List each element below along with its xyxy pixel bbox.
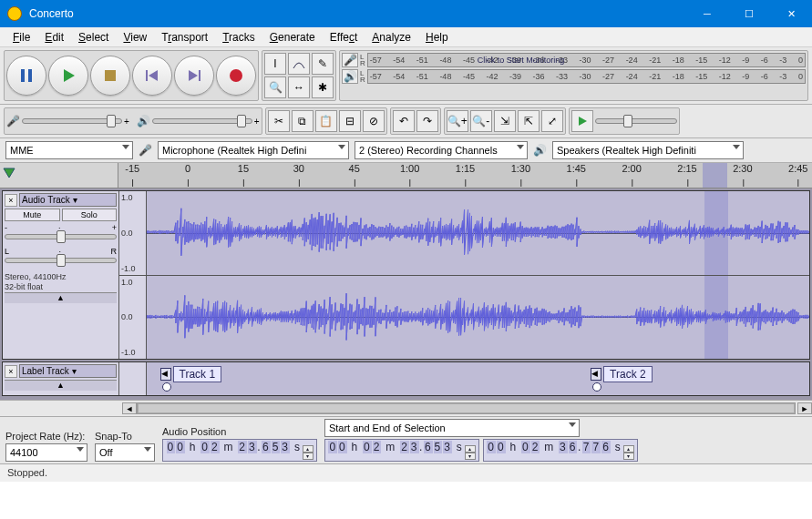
scroll-thumb[interactable] [138, 403, 795, 413]
copy-button[interactable]: ⧉ [292, 110, 313, 132]
menu-tracks[interactable]: Tracks [215, 29, 262, 46]
recording-channels-combo[interactable]: 2 (Stereo) Recording Channels [355, 141, 528, 159]
track-close-button[interactable]: × [5, 194, 17, 207]
ruler-head[interactable] [0, 163, 118, 188]
trim-button[interactable]: ⊟ [339, 110, 361, 132]
selection-tool-icon[interactable]: I [264, 53, 286, 75]
scroll-left-button[interactable]: ◄ [122, 402, 137, 414]
redo-button[interactable]: ↷ [416, 110, 438, 132]
playback-speed-slider[interactable] [595, 118, 677, 124]
pan-slider[interactable] [5, 258, 117, 270]
menu-select[interactable]: Select [71, 29, 116, 46]
menu-effect[interactable]: Effect [323, 29, 365, 46]
selection-toolbar: Project Rate (Hz): 44100 Snap-To Off Aud… [0, 416, 812, 463]
zoom-in-button[interactable]: 🔍+ [447, 110, 468, 132]
label-marker[interactable]: ◀Track 1 [160, 366, 222, 382]
recording-device-combo[interactable]: Microphone (Realtek High Defini [158, 141, 349, 159]
close-button[interactable]: ✕ [770, 0, 812, 27]
record-button[interactable] [216, 56, 256, 96]
playback-volume-slider[interactable] [152, 118, 252, 124]
menu-help[interactable]: Help [418, 29, 456, 46]
transcription-toolbar [569, 107, 680, 135]
zoom-tool-icon[interactable]: 🔍 [264, 76, 286, 98]
skip-start-button[interactable] [132, 56, 172, 96]
selection-end-field[interactable]: 00 h 02 m 36.776 s▴▾ [483, 439, 638, 462]
recording-volume-slider[interactable] [22, 118, 122, 124]
label-track: × Label Track ▾ ▲ ◀Track 1◀Track 2 [2, 361, 810, 396]
playback-meter[interactable]: -57-54-51-48-45-42-39-36-33-30-27-24-21-… [367, 69, 806, 84]
app-logo-icon [7, 6, 22, 21]
label-track-collapse-button[interactable]: ▲ [5, 380, 117, 391]
envelope-tool-icon[interactable] [288, 53, 310, 75]
menu-file[interactable]: File [5, 29, 37, 46]
fit-project-button[interactable]: ⇱ [518, 110, 540, 132]
menu-generate[interactable]: Generate [262, 29, 323, 46]
speaker-meter-icon[interactable]: 🔊 [342, 69, 358, 84]
toolbar-area-2: 🎤 + 🔊 + ✂ ⧉ 📋 ⊟ ⊘ ↶ ↷ 🔍+ 🔍- ⇲ ⇱ ⤢ [0, 105, 812, 138]
solo-button[interactable]: Solo [62, 209, 118, 221]
svg-marker-2 [64, 69, 75, 82]
plus-icon-2: + [254, 117, 260, 127]
play-button[interactable] [48, 56, 88, 96]
zoom-toggle-button[interactable]: ⤢ [541, 110, 563, 132]
maximize-button[interactable]: ☐ [728, 0, 770, 27]
svg-rect-7 [199, 70, 200, 81]
silence-button[interactable]: ⊘ [363, 110, 385, 132]
audio-track: × Audio Track ▾ Mute Solo - · + L · R St… [2, 190, 810, 360]
mute-button[interactable]: Mute [5, 209, 60, 221]
pin-playhead-icon[interactable] [2, 167, 16, 179]
selection-mode-combo[interactable]: Start and End of Selection [324, 419, 580, 437]
track-menu-button[interactable]: Audio Track ▾ [19, 193, 117, 207]
audio-position-label: Audio Position [162, 426, 317, 437]
timeshift-tool-icon[interactable]: ↔ [288, 76, 310, 98]
window-title: Concerto [29, 7, 686, 20]
recording-meter[interactable]: -57-54-51-48-45-42-39-36-33-30-27-24-21-… [367, 53, 806, 67]
horizontal-scrollbar[interactable]: ◄ ► [0, 400, 812, 416]
skip-end-button[interactable] [174, 56, 214, 96]
minimize-button[interactable]: ─ [686, 0, 728, 27]
gain-slider[interactable] [5, 234, 117, 247]
fit-selection-button[interactable]: ⇲ [494, 110, 516, 132]
playback-device-combo[interactable]: Speakers (Realtek High Definiti [552, 141, 744, 159]
label-track-area[interactable]: ◀Track 1◀Track 2 [147, 362, 809, 395]
scroll-right-button[interactable]: ► [797, 402, 812, 414]
selection-start-field[interactable]: 00 h 02 m 23.653 s▴▾ [324, 439, 479, 462]
cut-button[interactable]: ✂ [268, 110, 290, 132]
timeline-ruler[interactable]: -1501530451:001:151:301:452:002:152:302:… [118, 163, 812, 188]
snap-to-combo[interactable]: Off [95, 443, 155, 462]
svg-rect-0 [21, 69, 25, 82]
titlebar: Concerto ─ ☐ ✕ [0, 0, 812, 27]
speaker-icon: 🔊 [137, 115, 150, 127]
pan-r-label: R [111, 247, 118, 256]
waveform-left[interactable] [147, 191, 809, 275]
zoom-out-button[interactable]: 🔍- [470, 110, 492, 132]
vscale-right[interactable]: 1.00.0-1.0 [119, 276, 147, 360]
multi-tool-icon[interactable]: ✱ [312, 76, 334, 98]
undo-button[interactable]: ↶ [393, 110, 415, 132]
mic-meter-icon[interactable]: 🎤 [342, 53, 358, 67]
project-rate-combo[interactable]: 44100 [5, 443, 87, 462]
menu-view[interactable]: View [116, 29, 154, 46]
draw-tool-icon[interactable]: ✎ [312, 53, 334, 75]
svg-marker-10 [4, 168, 15, 178]
stop-button[interactable] [90, 56, 130, 96]
label-track-close-button[interactable]: × [5, 365, 17, 378]
svg-marker-5 [149, 70, 158, 81]
audio-host-combo[interactable]: MME [5, 141, 133, 159]
label-marker[interactable]: ◀Track 2 [591, 366, 653, 382]
svg-marker-9 [579, 117, 587, 126]
waveform-right[interactable] [147, 276, 809, 360]
menu-analyze[interactable]: Analyze [365, 29, 418, 46]
track-format-info: Stereo, 44100Hz 32-bit float [5, 272, 117, 292]
toolbar-area: I ✎ 🔍 ↔ ✱ 🎤 LR -57-54-51-48-45-42-39-36-… [0, 47, 812, 105]
menu-edit[interactable]: Edit [37, 29, 71, 46]
audio-position-field[interactable]: 00 h 02 m 23.653 s▴▾ [162, 439, 317, 462]
menu-transport[interactable]: Transport [154, 29, 215, 46]
pause-button[interactable] [6, 56, 46, 96]
play-at-speed-button[interactable] [571, 110, 593, 132]
label-track-menu-button[interactable]: Label Track ▾ [19, 364, 117, 378]
track-collapse-button[interactable]: ▲ [5, 292, 117, 303]
paste-button[interactable]: 📋 [315, 110, 337, 132]
undo-toolbar: ↶ ↷ [390, 107, 441, 135]
vscale-left[interactable]: 1.00.0-1.0 [119, 191, 147, 275]
